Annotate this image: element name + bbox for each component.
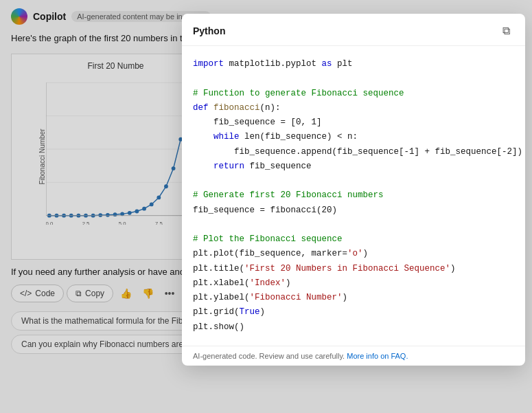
code-modal: Python ⧉ import matplotlib.pyplot as plt… <box>182 14 525 366</box>
modal-copy-icon: ⧉ <box>502 25 510 36</box>
modal-footer: AI-generated code. Review and use carefu… <box>182 346 525 366</box>
modal-header: Python ⧉ <box>182 14 525 46</box>
code-line-8: return fib_sequence <box>193 159 514 174</box>
footer-link[interactable]: More info on FAQ. <box>347 352 408 360</box>
code-line-2 <box>193 71 514 86</box>
code-line-14: plt.plot(fib_sequence, marker='o') <box>193 247 514 261</box>
code-line-17: plt.ylabel('Fibonacci Number') <box>193 291 514 305</box>
modal-copy-button[interactable]: ⧉ <box>498 23 514 38</box>
code-line-13: # Plot the Fibonacci sequence <box>193 232 514 247</box>
code-line-4: def fibonacci(n): <box>193 101 514 115</box>
code-line-3: # Function to generate Fibonacci sequenc… <box>193 87 514 101</box>
code-line-6: while len(fib_sequence) < n: <box>193 130 514 144</box>
modal-title: Python <box>193 25 225 36</box>
modal-overlay: Python ⧉ import matplotlib.pyplot as plt… <box>0 0 532 413</box>
code-content[interactable]: import matplotlib.pyplot as plt # Functi… <box>182 46 525 346</box>
footer-text: AI-generated code. Review and use carefu… <box>193 352 345 360</box>
code-line-1: import matplotlib.pyplot as plt <box>193 57 514 71</box>
code-line-11: fib_sequence = fibonacci(20) <box>193 203 514 218</box>
code-line-15: plt.title('First 20 Numbers in Fibonacci… <box>193 262 514 276</box>
code-line-5: fib_sequence = [0, 1] <box>193 115 514 130</box>
code-line-12 <box>193 218 514 232</box>
code-line-9 <box>193 174 514 188</box>
chat-area: Copilot AI-generated content may be inco… <box>0 0 532 413</box>
code-line-19: plt.show() <box>193 320 514 335</box>
code-line-16: plt.xlabel('Index') <box>193 276 514 291</box>
code-line-10: # Generate first 20 Fibonacci numbers <box>193 188 514 203</box>
code-line-7: fib_sequence.append(fib_sequence[-1] + f… <box>193 145 514 159</box>
code-line-18: plt.grid(True) <box>193 305 514 320</box>
